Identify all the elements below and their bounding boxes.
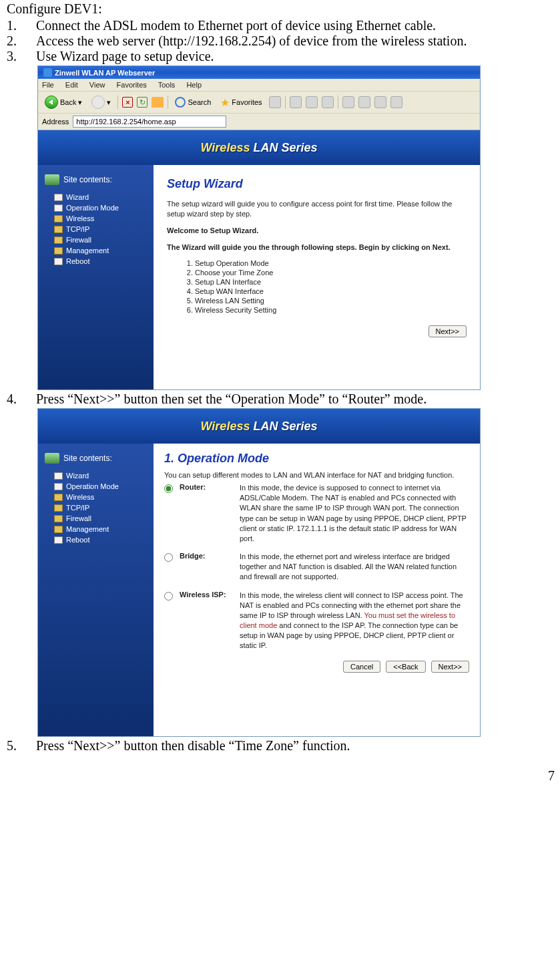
menu-edit[interactable]: Edit [65, 81, 78, 89]
sidebar-item-firewall[interactable]: Firewall [54, 234, 147, 245]
sidebar: Site contents: Wizard Operation Mode Wir… [38, 165, 154, 389]
sidebar-item-wireless[interactable]: Wireless [54, 213, 147, 224]
wizard-step: Setup Operation Mode [195, 259, 467, 268]
stop-icon[interactable]: × [122, 97, 133, 108]
sidebar-item-wireless[interactable]: Wireless [54, 492, 147, 502]
separator [338, 96, 338, 109]
menu-view[interactable]: View [89, 81, 105, 89]
intro-text: Configure DEV1: [7, 1, 553, 17]
banner-pre: Wireless [201, 420, 254, 433]
search-button[interactable]: Search [172, 96, 214, 109]
forward-button[interactable]: ▾ [89, 94, 113, 110]
ap-icon [45, 174, 59, 185]
address-label: Address [42, 118, 69, 126]
wizard-step: Setup WAN Interface [195, 287, 467, 296]
menu-file[interactable]: File [42, 81, 54, 89]
step-number: 4. [7, 391, 36, 407]
sidebar: Site contents: Wizard Operation Mode Wir… [38, 444, 154, 736]
ie-icon [43, 68, 52, 77]
star-icon: ★ [220, 96, 230, 109]
folder-icon[interactable] [342, 96, 354, 108]
wizard-heading: Setup Wizard [167, 177, 467, 191]
wizard-step: Wireless Security Setting [195, 305, 467, 315]
sidebar-item-reboot[interactable]: Reboot [54, 256, 147, 267]
step-number: 2. [7, 33, 36, 49]
banner-pre: Wireless [201, 141, 254, 154]
ap-icon [45, 453, 59, 464]
paw-icon[interactable] [374, 96, 386, 108]
sidebar-item-wizard[interactable]: Wizard [54, 470, 147, 481]
step-text: Press “Next>>” button then set the “Oper… [36, 391, 553, 407]
wizard-guide: The Wizard will guide you the through fo… [167, 242, 467, 253]
page-banner: Wireless LAN Series [38, 409, 480, 444]
separator [168, 96, 168, 109]
router-label: Router: [180, 483, 233, 491]
misc-icon[interactable] [390, 96, 402, 108]
browser-content-2: Wireless LAN Series Site contents: Wizar… [37, 408, 481, 737]
back-icon [45, 96, 58, 109]
mail-icon[interactable] [290, 96, 302, 108]
page-banner: Wireless LAN Series [38, 130, 480, 165]
wizard-step: Choose your Time Zone [195, 268, 467, 277]
address-input[interactable] [73, 116, 226, 128]
sidebar-item-tcpip[interactable]: TCP/IP [54, 224, 147, 234]
wizard-intro: The setup wizard will guide you to confi… [167, 199, 467, 219]
menu-help[interactable]: Help [186, 81, 202, 89]
wizard-step: Wireless LAN Setting [195, 296, 467, 305]
window-titlebar: Zinwell WLAN AP Webserver [38, 66, 480, 79]
home-icon[interactable] [152, 97, 164, 108]
wisp-radio[interactable] [164, 592, 173, 601]
opmode-heading: 1. Operation Mode [164, 452, 469, 466]
sidebar-item-management[interactable]: Management [54, 524, 147, 534]
sidebar-item-wizard[interactable]: Wizard [54, 192, 147, 202]
step-text: Access the web server (http://192.168.2.… [36, 33, 553, 49]
step-text: Use Wizard page to setup device. [36, 49, 553, 64]
menu-tools[interactable]: Tools [158, 81, 176, 89]
next-button[interactable]: Next>> [429, 325, 467, 337]
back-button[interactable]: <<Back [386, 661, 425, 673]
content-pane: Setup Wizard The setup wizard will guide… [154, 165, 480, 389]
cancel-button[interactable]: Cancel [343, 661, 380, 673]
browser-window: Zinwell WLAN AP Webserver File Edit View… [37, 65, 481, 390]
content-pane: 1. Operation Mode You can setup differen… [154, 444, 480, 736]
sidebar-heading: Site contents: [63, 454, 112, 463]
wizard-welcome: Welcome to Setup Wizard. [167, 226, 467, 236]
print-icon[interactable] [306, 96, 318, 108]
sidebar-item-tcpip[interactable]: TCP/IP [54, 502, 147, 513]
separator [285, 96, 286, 109]
sidebar-item-reboot[interactable]: Reboot [54, 534, 147, 545]
bridge-label: Bridge: [180, 552, 233, 560]
step-number: 1. [7, 18, 36, 33]
banner-post: LAN Series [253, 420, 317, 433]
step-number: 3. [7, 49, 36, 64]
menu-favorites[interactable]: Favorites [117, 81, 147, 89]
page-number: 7 [0, 755, 560, 788]
banner-post: LAN Series [253, 141, 317, 154]
step-number: 5. [7, 738, 36, 754]
menu-bar: File Edit View Favorites Tools Help [38, 79, 480, 92]
bridge-radio[interactable] [164, 553, 173, 562]
router-desc: In this mode, the device is supposed to … [240, 483, 469, 544]
wisp-label: Wireless ISP: [180, 591, 233, 599]
bridge-desc: In this mode, the ethernet port and wire… [240, 552, 469, 583]
window-title: Zinwell WLAN AP Webserver [55, 69, 155, 77]
sidebar-item-opmode[interactable]: Operation Mode [54, 202, 147, 213]
sidebar-item-firewall[interactable]: Firewall [54, 513, 147, 524]
toolbar: Back ▾ ▾ × ↻ Search ★Favorites [38, 92, 480, 114]
edit-icon[interactable] [322, 96, 334, 108]
next-button[interactable]: Next>> [431, 661, 469, 673]
favorites-button[interactable]: ★Favorites [218, 95, 264, 110]
sidebar-item-opmode[interactable]: Operation Mode [54, 481, 147, 492]
router-radio[interactable] [164, 484, 173, 493]
refresh-icon[interactable]: ↻ [137, 97, 148, 108]
step-text: Connect the ADSL modem to Ethernet port … [36, 18, 553, 33]
back-button[interactable]: Back ▾ [42, 94, 85, 110]
forward-icon [91, 96, 105, 109]
wizard-step: Setup LAN Interface [195, 277, 467, 287]
step-text: Press “Next>>” button then disable “Time… [36, 738, 553, 754]
sidebar-heading: Site contents: [63, 175, 112, 184]
tool-icon[interactable] [358, 96, 370, 108]
sidebar-item-management[interactable]: Management [54, 245, 147, 256]
history-icon[interactable] [269, 96, 281, 108]
separator [117, 96, 118, 109]
